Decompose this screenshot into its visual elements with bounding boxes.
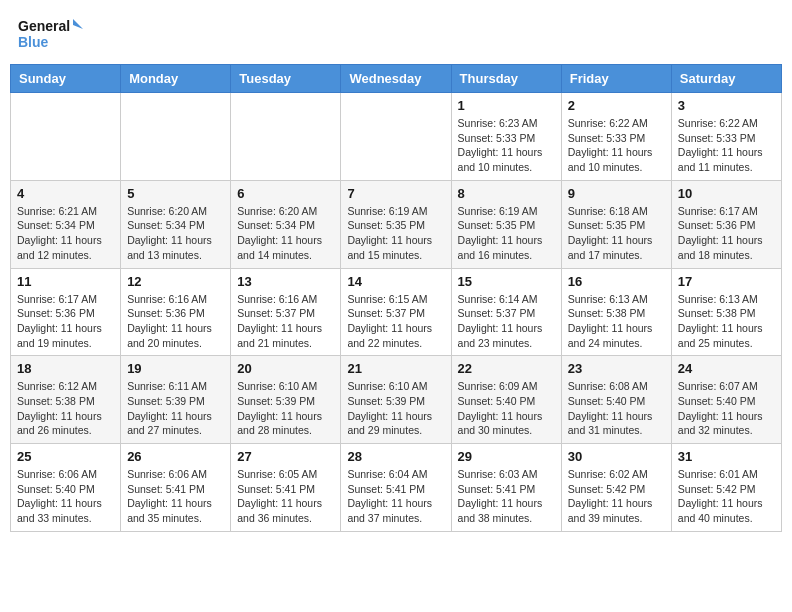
weekday-header-saturday: Saturday — [671, 65, 781, 93]
calendar-cell: 7Sunrise: 6:19 AM Sunset: 5:35 PM Daylig… — [341, 180, 451, 268]
day-number: 10 — [678, 186, 775, 201]
header: GeneralBlue — [10, 10, 782, 58]
day-number: 21 — [347, 361, 444, 376]
calendar-cell: 14Sunrise: 6:15 AM Sunset: 5:37 PM Dayli… — [341, 268, 451, 356]
calendar-cell: 8Sunrise: 6:19 AM Sunset: 5:35 PM Daylig… — [451, 180, 561, 268]
day-info: Sunrise: 6:04 AM Sunset: 5:41 PM Dayligh… — [347, 467, 444, 526]
calendar-cell: 20Sunrise: 6:10 AM Sunset: 5:39 PM Dayli… — [231, 356, 341, 444]
day-info: Sunrise: 6:22 AM Sunset: 5:33 PM Dayligh… — [678, 116, 775, 175]
calendar-cell: 24Sunrise: 6:07 AM Sunset: 5:40 PM Dayli… — [671, 356, 781, 444]
day-number: 16 — [568, 274, 665, 289]
day-info: Sunrise: 6:22 AM Sunset: 5:33 PM Dayligh… — [568, 116, 665, 175]
day-info: Sunrise: 6:21 AM Sunset: 5:34 PM Dayligh… — [17, 204, 114, 263]
day-info: Sunrise: 6:10 AM Sunset: 5:39 PM Dayligh… — [237, 379, 334, 438]
calendar-cell: 30Sunrise: 6:02 AM Sunset: 5:42 PM Dayli… — [561, 444, 671, 532]
calendar-cell — [11, 93, 121, 181]
calendar-cell: 22Sunrise: 6:09 AM Sunset: 5:40 PM Dayli… — [451, 356, 561, 444]
day-number: 2 — [568, 98, 665, 113]
day-info: Sunrise: 6:23 AM Sunset: 5:33 PM Dayligh… — [458, 116, 555, 175]
day-number: 19 — [127, 361, 224, 376]
week-row-4: 18Sunrise: 6:12 AM Sunset: 5:38 PM Dayli… — [11, 356, 782, 444]
day-info: Sunrise: 6:13 AM Sunset: 5:38 PM Dayligh… — [568, 292, 665, 351]
weekday-header-thursday: Thursday — [451, 65, 561, 93]
weekday-header-sunday: Sunday — [11, 65, 121, 93]
day-number: 11 — [17, 274, 114, 289]
calendar-cell: 31Sunrise: 6:01 AM Sunset: 5:42 PM Dayli… — [671, 444, 781, 532]
day-number: 20 — [237, 361, 334, 376]
day-number: 1 — [458, 98, 555, 113]
day-info: Sunrise: 6:02 AM Sunset: 5:42 PM Dayligh… — [568, 467, 665, 526]
day-info: Sunrise: 6:17 AM Sunset: 5:36 PM Dayligh… — [678, 204, 775, 263]
day-number: 15 — [458, 274, 555, 289]
day-number: 27 — [237, 449, 334, 464]
day-number: 4 — [17, 186, 114, 201]
week-row-2: 4Sunrise: 6:21 AM Sunset: 5:34 PM Daylig… — [11, 180, 782, 268]
day-number: 7 — [347, 186, 444, 201]
day-number: 8 — [458, 186, 555, 201]
calendar-cell: 21Sunrise: 6:10 AM Sunset: 5:39 PM Dayli… — [341, 356, 451, 444]
day-number: 28 — [347, 449, 444, 464]
calendar-cell: 18Sunrise: 6:12 AM Sunset: 5:38 PM Dayli… — [11, 356, 121, 444]
calendar-cell: 4Sunrise: 6:21 AM Sunset: 5:34 PM Daylig… — [11, 180, 121, 268]
day-number: 13 — [237, 274, 334, 289]
logo-svg: GeneralBlue — [18, 14, 88, 54]
day-info: Sunrise: 6:19 AM Sunset: 5:35 PM Dayligh… — [347, 204, 444, 263]
weekday-header-tuesday: Tuesday — [231, 65, 341, 93]
day-info: Sunrise: 6:13 AM Sunset: 5:38 PM Dayligh… — [678, 292, 775, 351]
day-info: Sunrise: 6:11 AM Sunset: 5:39 PM Dayligh… — [127, 379, 224, 438]
day-number: 9 — [568, 186, 665, 201]
calendar-cell: 26Sunrise: 6:06 AM Sunset: 5:41 PM Dayli… — [121, 444, 231, 532]
calendar-cell: 27Sunrise: 6:05 AM Sunset: 5:41 PM Dayli… — [231, 444, 341, 532]
calendar-cell: 17Sunrise: 6:13 AM Sunset: 5:38 PM Dayli… — [671, 268, 781, 356]
calendar-cell: 6Sunrise: 6:20 AM Sunset: 5:34 PM Daylig… — [231, 180, 341, 268]
day-info: Sunrise: 6:20 AM Sunset: 5:34 PM Dayligh… — [127, 204, 224, 263]
calendar-cell — [341, 93, 451, 181]
day-info: Sunrise: 6:06 AM Sunset: 5:41 PM Dayligh… — [127, 467, 224, 526]
logo: GeneralBlue — [18, 14, 88, 54]
day-info: Sunrise: 6:01 AM Sunset: 5:42 PM Dayligh… — [678, 467, 775, 526]
calendar-cell: 13Sunrise: 6:16 AM Sunset: 5:37 PM Dayli… — [231, 268, 341, 356]
calendar-cell — [121, 93, 231, 181]
calendar-cell: 23Sunrise: 6:08 AM Sunset: 5:40 PM Dayli… — [561, 356, 671, 444]
calendar-cell: 16Sunrise: 6:13 AM Sunset: 5:38 PM Dayli… — [561, 268, 671, 356]
day-number: 29 — [458, 449, 555, 464]
week-row-1: 1Sunrise: 6:23 AM Sunset: 5:33 PM Daylig… — [11, 93, 782, 181]
svg-marker-2 — [73, 19, 83, 29]
calendar-cell: 11Sunrise: 6:17 AM Sunset: 5:36 PM Dayli… — [11, 268, 121, 356]
week-row-3: 11Sunrise: 6:17 AM Sunset: 5:36 PM Dayli… — [11, 268, 782, 356]
calendar-cell: 28Sunrise: 6:04 AM Sunset: 5:41 PM Dayli… — [341, 444, 451, 532]
day-number: 23 — [568, 361, 665, 376]
day-number: 17 — [678, 274, 775, 289]
day-info: Sunrise: 6:16 AM Sunset: 5:37 PM Dayligh… — [237, 292, 334, 351]
day-number: 14 — [347, 274, 444, 289]
day-info: Sunrise: 6:17 AM Sunset: 5:36 PM Dayligh… — [17, 292, 114, 351]
calendar-cell: 5Sunrise: 6:20 AM Sunset: 5:34 PM Daylig… — [121, 180, 231, 268]
day-info: Sunrise: 6:03 AM Sunset: 5:41 PM Dayligh… — [458, 467, 555, 526]
svg-text:Blue: Blue — [18, 34, 49, 50]
day-number: 26 — [127, 449, 224, 464]
calendar-cell: 12Sunrise: 6:16 AM Sunset: 5:36 PM Dayli… — [121, 268, 231, 356]
day-number: 5 — [127, 186, 224, 201]
day-number: 25 — [17, 449, 114, 464]
day-info: Sunrise: 6:19 AM Sunset: 5:35 PM Dayligh… — [458, 204, 555, 263]
day-number: 18 — [17, 361, 114, 376]
day-info: Sunrise: 6:18 AM Sunset: 5:35 PM Dayligh… — [568, 204, 665, 263]
day-number: 30 — [568, 449, 665, 464]
day-number: 6 — [237, 186, 334, 201]
calendar-table: SundayMondayTuesdayWednesdayThursdayFrid… — [10, 64, 782, 532]
week-row-5: 25Sunrise: 6:06 AM Sunset: 5:40 PM Dayli… — [11, 444, 782, 532]
day-number: 12 — [127, 274, 224, 289]
day-number: 22 — [458, 361, 555, 376]
weekday-header-friday: Friday — [561, 65, 671, 93]
calendar-cell: 19Sunrise: 6:11 AM Sunset: 5:39 PM Dayli… — [121, 356, 231, 444]
calendar-cell: 25Sunrise: 6:06 AM Sunset: 5:40 PM Dayli… — [11, 444, 121, 532]
day-number: 31 — [678, 449, 775, 464]
calendar-cell: 29Sunrise: 6:03 AM Sunset: 5:41 PM Dayli… — [451, 444, 561, 532]
calendar-cell: 1Sunrise: 6:23 AM Sunset: 5:33 PM Daylig… — [451, 93, 561, 181]
day-info: Sunrise: 6:12 AM Sunset: 5:38 PM Dayligh… — [17, 379, 114, 438]
day-info: Sunrise: 6:05 AM Sunset: 5:41 PM Dayligh… — [237, 467, 334, 526]
calendar-cell: 2Sunrise: 6:22 AM Sunset: 5:33 PM Daylig… — [561, 93, 671, 181]
calendar-cell: 3Sunrise: 6:22 AM Sunset: 5:33 PM Daylig… — [671, 93, 781, 181]
weekday-header-monday: Monday — [121, 65, 231, 93]
day-info: Sunrise: 6:15 AM Sunset: 5:37 PM Dayligh… — [347, 292, 444, 351]
